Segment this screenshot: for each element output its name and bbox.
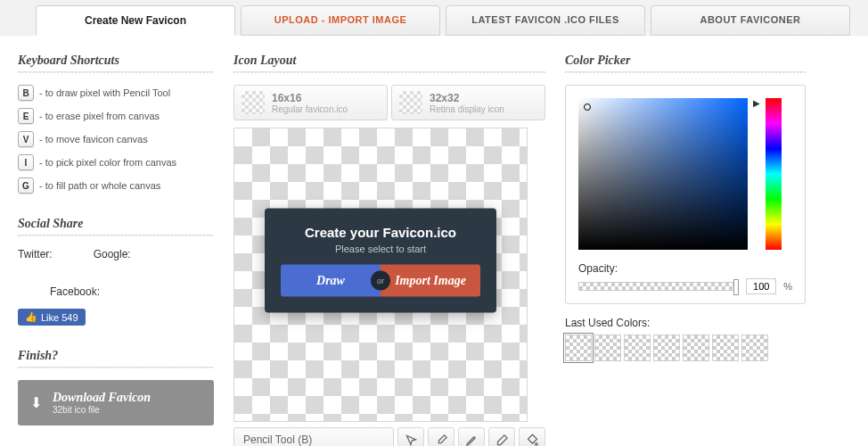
tab-create[interactable]: Create New Favicon — [36, 5, 235, 36]
key-i: I — [18, 154, 34, 170]
shortcut-row: G - to fill path or whole canvas — [18, 178, 214, 194]
size-thumb-icon — [242, 91, 265, 114]
eyedropper-tool[interactable] — [428, 427, 454, 446]
eraser-tool[interactable] — [488, 427, 515, 446]
import-button[interactable]: Import Image — [381, 264, 480, 296]
social-title: Social Share — [18, 217, 214, 235]
shortcut-desc: - to pick pixel color from canvas — [39, 157, 176, 168]
opacity-input[interactable] — [746, 278, 776, 294]
shortcut-row: I - to pick pixel color from canvas — [18, 154, 214, 170]
fb-like-button[interactable]: 👍 Like 549 — [18, 309, 86, 326]
download-button[interactable]: ⬇ Download Favicon 32bit ico file — [18, 380, 214, 425]
swatch[interactable] — [712, 334, 739, 361]
swatch[interactable] — [653, 334, 680, 361]
size-32-sub: Retina display icon — [430, 104, 504, 114]
download-icon: ⬇ — [30, 394, 42, 411]
thumbs-up-icon: 👍 — [25, 311, 37, 323]
tab-upload[interactable]: UPLOAD - IMPORT IMAGE — [241, 5, 440, 36]
swatch[interactable] — [683, 334, 709, 361]
pencil-tool[interactable] — [458, 427, 485, 446]
overlay-subtitle: Please select to start — [281, 243, 480, 253]
shortcut-desc: - to draw pixel with Pencil Tool — [39, 87, 170, 98]
tab-latest[interactable]: LATEST FAVICON .ICO FILES — [446, 5, 645, 36]
size-16-title: 16x16 — [272, 92, 348, 104]
fb-like-label: Like 549 — [41, 312, 78, 323]
shortcuts-title: Keyboard Shortcuts — [18, 54, 214, 72]
shortcut-row: B - to draw pixel with Pencil Tool — [18, 85, 214, 101]
key-v: V — [18, 131, 34, 147]
google-label: Google: — [94, 248, 131, 260]
shortcut-desc: - to move favicon canvas — [39, 134, 148, 145]
shortcut-desc: - to erase pixel from canvas — [39, 111, 160, 121]
tool-label: Pencil Tool (B) — [233, 427, 394, 446]
size-thumb-icon — [399, 91, 422, 114]
start-overlay: Create your Favicon.ico Please select to… — [265, 208, 496, 312]
download-subtitle: 32bit ico file — [53, 405, 151, 415]
draw-button[interactable]: Draw — [281, 264, 381, 296]
last-colors-label: Last Used Colors: — [565, 317, 806, 329]
swatch[interactable] — [741, 334, 768, 361]
opacity-handle[interactable] — [733, 279, 739, 295]
fill-tool[interactable] — [519, 427, 545, 446]
or-divider: or — [371, 270, 390, 290]
hue-slider[interactable] — [766, 98, 782, 250]
picker-title: Color Picker — [565, 54, 806, 72]
size-16x16[interactable]: 16x16 Regular favicon.ico — [233, 85, 388, 120]
opacity-label: Opacity: — [578, 262, 792, 275]
size-16-sub: Regular favicon.ico — [272, 104, 348, 114]
layout-title: Icon Layout — [233, 54, 545, 72]
shortcut-desc: - to fill path or whole canvas — [39, 180, 160, 191]
shortcut-row: V - to move favicon canvas — [18, 131, 214, 147]
hue-indicator-icon: ▶ — [753, 98, 760, 250]
swatch[interactable] — [565, 334, 592, 361]
color-panel: ▶ Opacity: % — [565, 85, 806, 304]
svg-point-0 — [535, 442, 537, 445]
swatch[interactable] — [594, 334, 621, 361]
saturation-cursor[interactable] — [584, 103, 591, 111]
canvas[interactable]: Create your Favicon.ico Please select to… — [233, 128, 528, 422]
key-b: B — [18, 85, 34, 101]
swatch[interactable] — [624, 334, 651, 361]
saturation-box[interactable] — [578, 98, 748, 250]
size-32-title: 32x32 — [430, 92, 504, 104]
size-32x32[interactable]: 32x32 Retina display icon — [391, 85, 545, 120]
move-tool[interactable] — [397, 427, 424, 446]
percent-label: % — [783, 281, 792, 292]
finish-title: Finish? — [18, 349, 214, 368]
tabs: Create New Favicon UPLOAD - IMPORT IMAGE… — [0, 0, 868, 36]
tab-about[interactable]: ABOUT FAVICONER — [651, 5, 850, 36]
twitter-label: Twitter: — [18, 248, 53, 260]
opacity-slider[interactable] — [578, 282, 739, 291]
key-e: E — [18, 108, 34, 124]
download-title: Download Favicon — [53, 391, 151, 405]
overlay-title: Create your Favicon.ico — [281, 224, 480, 239]
key-g: G — [18, 178, 34, 194]
facebook-label: Facebook: — [50, 285, 100, 298]
shortcut-row: E - to erase pixel from canvas — [18, 108, 214, 124]
